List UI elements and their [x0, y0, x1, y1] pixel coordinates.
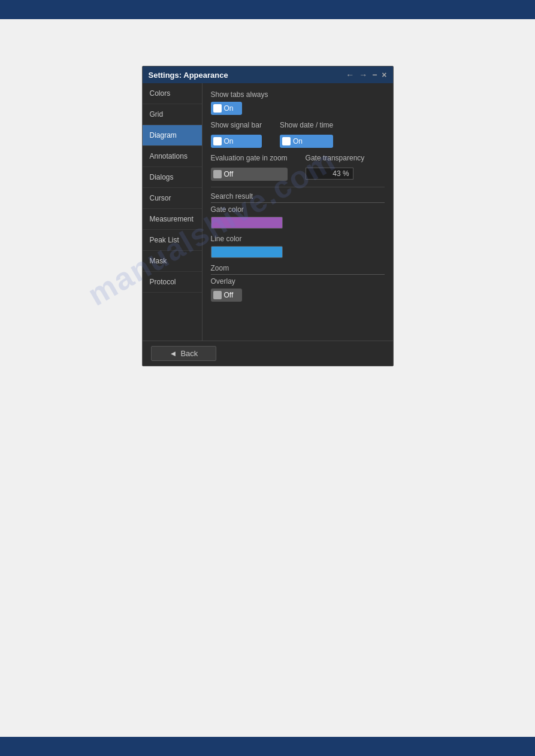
title-bar-controls: ← → − ×: [346, 70, 386, 80]
toggle-indicator: [282, 137, 291, 145]
gate-transparency-group: Gate transparency: [306, 154, 365, 180]
bottom-bar: [0, 737, 535, 756]
back-btn-row: ◄ Back: [143, 341, 393, 366]
line-color-group: Line color: [211, 235, 385, 258]
divider: [211, 187, 385, 187]
sidebar: Colors Grid Diagram Annotations Dialogs …: [143, 83, 202, 341]
toggle-indicator: [213, 137, 222, 145]
sidebar-item-annotations[interactable]: Annotations: [143, 146, 202, 167]
show-signal-bar-toggle-label: On: [224, 137, 234, 145]
window-body: Colors Grid Diagram Annotations Dialogs …: [143, 83, 393, 341]
back-button-label: Back: [180, 349, 198, 358]
zoom-label: Zoom: [211, 264, 385, 275]
show-signal-bar-toggle[interactable]: On: [211, 135, 262, 148]
gate-color-label: Gate color: [211, 205, 385, 214]
evaluation-gate-toggle-label: Off: [224, 170, 234, 178]
forward-arrow-icon[interactable]: →: [359, 70, 367, 80]
evaluation-gate-label: Evaluation gate in zoom: [211, 154, 288, 162]
show-tabs-toggle[interactable]: On: [211, 102, 242, 115]
back-arrow-icon[interactable]: ←: [346, 70, 354, 80]
back-button[interactable]: ◄ Back: [151, 346, 217, 361]
show-tabs-label: Show tabs always: [211, 90, 385, 99]
overlay-group: Overlay Off: [211, 277, 385, 302]
minimize-icon[interactable]: −: [372, 70, 377, 80]
overlay-toggle[interactable]: Off: [211, 289, 242, 302]
sidebar-item-grid[interactable]: Grid: [143, 104, 202, 125]
show-date-time-toggle[interactable]: On: [280, 135, 333, 148]
overlay-toggle-label: Off: [224, 291, 234, 299]
settings-window: Settings: Appearance ← → − × Colors Grid…: [142, 66, 394, 366]
gate-group: Evaluation gate in zoom Off Gate transpa…: [211, 154, 385, 181]
sidebar-item-colors[interactable]: Colors: [143, 83, 202, 104]
show-date-time-group: Show date / time On: [280, 121, 333, 148]
main-content: Show tabs always On Show signal bar On: [202, 83, 393, 341]
top-bar: [0, 0, 535, 19]
sidebar-item-mask[interactable]: Mask: [143, 251, 202, 272]
back-arrow-btn-icon: ◄: [170, 349, 177, 358]
toggle-indicator: [213, 170, 222, 178]
search-result-label: Search result: [211, 192, 385, 203]
evaluation-gate-toggle[interactable]: Off: [211, 168, 288, 181]
signal-datetime-group: Show signal bar On Show date / time On: [211, 121, 385, 148]
window-title: Settings: Appearance: [149, 71, 228, 80]
sidebar-item-protocol[interactable]: Protocol: [143, 272, 202, 293]
overlay-label: Overlay: [211, 277, 385, 286]
sidebar-item-dialogs[interactable]: Dialogs: [143, 167, 202, 188]
sidebar-item-measurement[interactable]: Measurement: [143, 209, 202, 230]
show-tabs-toggle-label: On: [224, 104, 234, 113]
toggle-indicator: [213, 291, 222, 299]
gate-transparency-label: Gate transparency: [306, 154, 365, 162]
show-tabs-group: Show tabs always On: [211, 90, 385, 115]
show-date-time-label: Show date / time: [280, 121, 333, 129]
sidebar-item-peak-list[interactable]: Peak List: [143, 230, 202, 251]
show-date-time-toggle-label: On: [293, 137, 303, 145]
show-signal-bar-label: Show signal bar: [211, 121, 262, 129]
gate-transparency-input[interactable]: [306, 168, 353, 180]
toggle-indicator: [213, 104, 222, 113]
line-color-swatch[interactable]: [211, 246, 283, 258]
close-icon[interactable]: ×: [382, 70, 386, 80]
sidebar-item-diagram[interactable]: Diagram: [143, 125, 202, 146]
sidebar-item-cursor[interactable]: Cursor: [143, 188, 202, 209]
line-color-label: Line color: [211, 235, 385, 243]
title-bar: Settings: Appearance ← → − ×: [143, 66, 393, 83]
show-signal-bar-group: Show signal bar On: [211, 121, 262, 148]
gate-color-group: Gate color: [211, 205, 385, 229]
gate-color-swatch[interactable]: [211, 217, 283, 229]
evaluation-gate-group: Evaluation gate in zoom Off: [211, 154, 288, 181]
